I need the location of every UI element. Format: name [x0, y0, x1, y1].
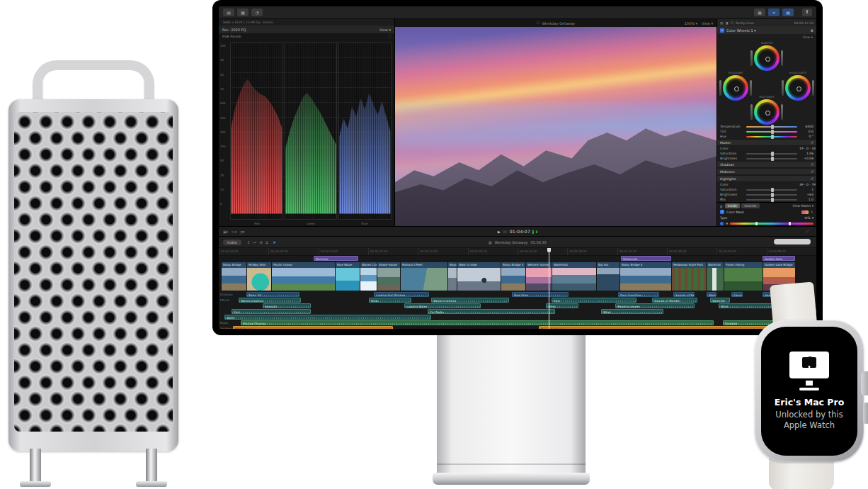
mask-tab-inside[interactable]: Inside [725, 203, 740, 208]
viewer-zoom-menu[interactable]: 100% ▾ [685, 21, 697, 26]
timeline-clip[interactable]: Looking Out Window [374, 292, 429, 297]
hue-range-slider[interactable] [730, 223, 813, 225]
param-slider[interactable] [746, 136, 797, 137]
select-tool-icon[interactable]: ➤ [273, 240, 276, 244]
crop-menu-icon[interactable]: ▣▾ [223, 230, 228, 234]
slider-handle[interactable] [771, 125, 774, 129]
timeline-clip[interactable]: Golden Gate [763, 256, 795, 261]
scope-view-menu[interactable]: View ▾ [379, 28, 391, 32]
reset-icon[interactable]: ↺ [811, 176, 813, 181]
correction-checkbox[interactable]: ✓ [720, 28, 724, 33]
timeline-clip[interactable]: Big Sur [597, 262, 619, 291]
inspector-section-master[interactable]: Master↺ [717, 139, 816, 146]
timeline-clip[interactable]: Blue Wave [336, 262, 360, 291]
timeline-clip[interactable]: Waterfall [707, 262, 724, 291]
timeline-clip[interactable]: Walk to View [457, 262, 501, 291]
timeline-clip[interactable]: Bixby Bridge 4 [620, 262, 671, 291]
scope-settings-icon[interactable]: ⛶ [388, 34, 391, 39]
param-value[interactable]: +63 [799, 193, 813, 196]
timeline-clip[interactable]: Bixby VO [246, 292, 299, 297]
timeline-clip[interactable]: Beach Bluff [448, 262, 457, 291]
view-masks-menu[interactable]: View Masks ▾ [792, 204, 813, 208]
video-inspector-icon[interactable]: ▤ [720, 21, 723, 25]
insert-edit-icon[interactable]: ↦ [253, 240, 256, 244]
mask-color-swatch[interactable] [801, 210, 809, 214]
correction-name[interactable]: Color Wheels 1 ▾ [726, 28, 756, 33]
overwrite-edit-icon[interactable]: ⇊ [265, 240, 269, 244]
append-edit-icon[interactable]: ⇉ [259, 240, 263, 244]
timeline-clip[interactable]: Car Radio [428, 309, 555, 314]
param-slider[interactable] [746, 148, 797, 150]
eyedropper-icon[interactable]: ✎ [811, 210, 813, 214]
timeline-clip[interactable]: Bixby Bridge [222, 262, 246, 291]
timeline-clip[interactable]: Fans [552, 298, 636, 303]
correction-selector[interactable]: ✓ Color Wheels 1 ▾ ≣ [717, 26, 816, 34]
timeline-clip[interactable]: Birds [369, 298, 411, 303]
list-view-icon[interactable]: ▤ [782, 9, 794, 16]
timeline-clip[interactable]: Redwoods [621, 256, 671, 261]
timeline-clip[interactable]: Pacific Ocean [272, 262, 335, 291]
timeline-clip[interactable]: Waterfall [710, 298, 730, 303]
timeline-clip[interactable]: Waves Crashing [239, 298, 301, 303]
color-mask-row[interactable]: ✓ Color Mask ✎ [717, 209, 816, 215]
inspector-section-shadows[interactable]: Shadows↺ [717, 161, 816, 168]
background-tasks-icon[interactable]: ◔ [251, 9, 263, 16]
fullscreen-icon[interactable]: ⤢ [806, 229, 809, 234]
timeline-clip[interactable]: McWay Falls [247, 262, 271, 291]
reset-icon[interactable]: ↺ [811, 162, 813, 167]
timeline-clip[interactable]: Cars [232, 309, 311, 314]
sidebar-toggle-icon[interactable]: ▤ [223, 9, 234, 16]
slider-handle[interactable] [771, 198, 774, 202]
param-value[interactable]: 1 [799, 188, 813, 191]
slider-handle[interactable] [771, 130, 774, 134]
timeline-clip[interactable]: Shake House [377, 262, 400, 291]
play-button[interactable]: ▶ [498, 230, 501, 234]
timeline-clip[interactable]: Waves Crashing [360, 262, 377, 291]
param-value[interactable]: 1.06 [799, 152, 813, 155]
wheels-view-menu[interactable]: View ▾ [803, 35, 813, 39]
timeline-clip[interactable]: Mallard 3 Reef [401, 262, 447, 291]
viewer-view-menu[interactable]: View ▾ [702, 21, 713, 26]
timeline-ruler[interactable]: 00:00:00:0000:00:05:0000:00:10:0000:00:1… [219, 248, 816, 256]
mask-tab-outside[interactable]: Outside [741, 203, 759, 208]
timeline-clip[interactable]: Lapping Water [404, 303, 481, 308]
slider-handle[interactable] [771, 152, 774, 156]
timeline-right-button[interactable] [774, 239, 811, 244]
color-inspector-icon[interactable]: ◨ [725, 21, 728, 25]
param-value[interactable]: 0.0 [799, 130, 813, 133]
timeline-clip[interactable]: Festival Thumps [241, 320, 714, 325]
param-value[interactable]: 1.0 [799, 198, 813, 201]
timeline-clip[interactable]: Next Stop [512, 292, 569, 297]
slider-handle[interactable] [771, 157, 774, 161]
timeline-clip[interactable]: Reading Leaves [615, 303, 695, 308]
param-value[interactable]: 6500 [799, 125, 813, 128]
connect-edit-icon[interactable]: ↧ [247, 240, 251, 244]
timeline-clip[interactable]: Western Sunset [526, 262, 552, 291]
param-slider[interactable] [746, 153, 797, 154]
index-button[interactable]: Index [223, 240, 241, 245]
digital-crown[interactable] [861, 371, 868, 395]
timeline-clip[interactable]: Seagulls [263, 303, 311, 308]
reset-icon[interactable]: ↺ [811, 169, 813, 174]
param-slider[interactable] [746, 126, 797, 128]
grid-view-icon[interactable]: ▦ [754, 9, 765, 16]
correction-menu-icon[interactable]: ≣ [811, 28, 813, 33]
info-inspector-icon[interactable]: ⓘ [731, 21, 734, 25]
retime-menu-icon[interactable]: ◔▾ [240, 230, 245, 234]
inspector-section-midtones[interactable]: Midtones↺ [717, 168, 816, 175]
reset-icon[interactable]: ↺ [811, 140, 813, 145]
share-icon[interactable]: ⬆ [802, 9, 812, 16]
param-slider[interactable] [746, 194, 797, 196]
shadows-color-wheel[interactable] [723, 75, 748, 101]
master-color-wheel[interactable] [754, 45, 780, 71]
timeline-project-name[interactable]: Weekday Getaway [495, 240, 528, 244]
timeline-clip[interactable]: Sounds of Wonder [652, 298, 697, 303]
timeline-clip[interactable]: Wind [601, 309, 663, 314]
timeline-clip[interactable]: Waterfall [707, 292, 716, 297]
slider-handle[interactable] [771, 188, 774, 192]
param-slider[interactable] [746, 131, 797, 133]
timeline-clip[interactable]: Water [224, 315, 431, 320]
mask-checkbox[interactable]: ✓ [720, 210, 724, 214]
highlights-color-wheel[interactable] [785, 75, 811, 101]
slider-handle[interactable] [771, 135, 774, 139]
